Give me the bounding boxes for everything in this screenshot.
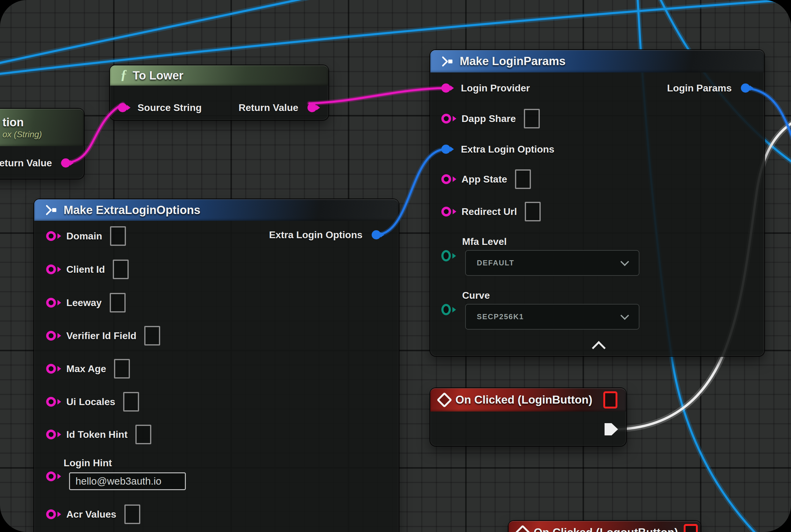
client-id-checkbox[interactable] [113, 260, 129, 279]
node-header[interactable]: ƒ To Lower [110, 65, 328, 86]
leeway-pin[interactable] [46, 298, 56, 308]
domain-pin[interactable] [46, 231, 56, 241]
pin-label: Extra Login Options [461, 144, 555, 155]
pin-label: Verifier Id Field [66, 330, 136, 342]
curve-dropdown[interactable]: SECP256K1 [465, 304, 639, 329]
node-title: tion [2, 116, 24, 129]
pin-row-dapp-share: Dapp Share [441, 110, 540, 128]
blue-wire-topleft-a [0, 0, 333, 65]
extra-login-options-output-pin[interactable] [372, 230, 381, 240]
node-on-clicked-login-button[interactable]: On Clicked (LoginButton) [430, 388, 626, 446]
node-title: To Lower [133, 69, 184, 82]
client-id-pin[interactable] [46, 264, 56, 274]
make-struct-icon [441, 55, 454, 68]
pin-label: Domain [66, 230, 102, 242]
pin-row-client-id: Client Id [46, 260, 129, 279]
pin-label: Source String [137, 102, 202, 113]
dapp-share-checkbox[interactable] [524, 109, 540, 128]
node-make-login-params[interactable]: Make LoginParams Login Params Login Prov… [430, 50, 764, 356]
node-on-clicked-logout-button[interactable]: On Clicked (LogoutButton) [508, 521, 700, 532]
blueprint-canvas[interactable]: tion ox (String) eturn Value ƒ To Lower … [0, 0, 791, 532]
verifier-id-field-checkbox[interactable] [144, 326, 160, 345]
node-title: On Clicked (LogoutButton) [534, 526, 678, 532]
node-to-lower[interactable]: ƒ To Lower Source String Return Value [110, 65, 328, 120]
node-header[interactable]: On Clicked (LogoutButton) [508, 521, 700, 532]
pin-row-extra-login-options-in: Extra Login Options [441, 140, 555, 158]
redirect-url-checkbox[interactable] [525, 202, 541, 221]
delegate-pin-icon[interactable] [603, 391, 617, 408]
chevron-down-icon [620, 311, 629, 320]
login-provider-pin[interactable] [441, 83, 450, 93]
login-hint-pin[interactable] [46, 472, 56, 481]
pin-row-max-age: Max Age [46, 360, 130, 378]
extra-login-options-input-pin[interactable] [441, 145, 450, 154]
return-value-pin[interactable] [61, 158, 70, 168]
pin-row-login-params-out: Login Params [614, 79, 750, 97]
curve-pin[interactable] [441, 304, 451, 315]
pin-label: Return Value [238, 102, 298, 113]
event-icon [437, 392, 452, 408]
ui-locales-checkbox[interactable] [123, 392, 139, 412]
mfa-level-value: DEFAULT [477, 259, 622, 267]
id-token-hint-checkbox[interactable] [135, 425, 151, 444]
acr-values-pin[interactable] [46, 509, 56, 519]
pin-label: Extra Login Options [269, 229, 363, 241]
delegate-pin-icon[interactable] [684, 524, 698, 532]
pin-label: Leeway [66, 297, 102, 308]
node-header[interactable]: On Clicked (LoginButton) [430, 388, 626, 412]
pin-label: eturn Value [0, 157, 52, 169]
source-string-pin[interactable] [118, 103, 127, 112]
blue-wire-topleft-a [0, 0, 333, 65]
node-title: On Clicked (LoginButton) [456, 394, 592, 406]
pin-label: Login Params [667, 82, 732, 94]
pin-label: Max Age [66, 363, 106, 375]
node-header[interactable]: Make LoginParams [430, 50, 764, 73]
domain-checkbox[interactable] [110, 226, 126, 246]
node-subtitle: ox (String) [2, 130, 42, 139]
pin-row-leeway: Leeway [46, 293, 126, 312]
return-value-pin[interactable] [307, 103, 317, 112]
ui-locales-pin[interactable] [46, 397, 56, 407]
node-header[interactable]: Make ExtraLoginOptions [34, 200, 399, 221]
acr-values-checkbox[interactable] [124, 505, 140, 524]
pin-row-extra-login-options-out: Extra Login Options [187, 226, 381, 244]
pin-label: Id Token Hint [66, 429, 128, 440]
login-hint-label: Login Hint [63, 457, 112, 469]
mfa-level-pin[interactable] [441, 250, 451, 261]
node-title: Make ExtraLoginOptions [63, 204, 200, 217]
app-state-checkbox[interactable] [515, 169, 531, 189]
node-header[interactable]: tion ox (String) [0, 109, 84, 146]
login-hint-field[interactable]: hello@web3auth.io [69, 472, 186, 490]
function-icon: ƒ [120, 68, 127, 81]
pin-label: Dapp Share [462, 113, 516, 125]
node-partial-function[interactable]: tion ox (String) eturn Value [0, 109, 84, 178]
pin-label: Ui Locales [66, 396, 115, 407]
dapp-share-pin[interactable] [441, 114, 451, 124]
node-make-extra-login-options[interactable]: Make ExtraLoginOptions Extra Login Optio… [34, 200, 399, 532]
pin-label: Redirect Url [462, 206, 517, 217]
login-params-output-pin[interactable] [741, 83, 750, 93]
verifier-id-field-pin[interactable] [46, 331, 56, 341]
collapse-node-button[interactable] [592, 341, 605, 355]
pin-row-ui-locales: Ui Locales [46, 393, 139, 411]
node-title: Make LoginParams [460, 55, 565, 68]
pin-row-return-value: Return Value [202, 98, 317, 117]
pin-label: Acr Values [66, 509, 116, 520]
leeway-checkbox[interactable] [110, 293, 126, 312]
id-token-hint-pin[interactable] [46, 430, 56, 439]
app-state-pin[interactable] [441, 174, 451, 184]
pin-label: Login Provider [461, 82, 530, 94]
make-struct-icon [45, 204, 58, 216]
pin-row-acr-values: Acr Values [46, 505, 140, 524]
mfa-level-dropdown[interactable]: DEFAULT [465, 250, 639, 276]
max-age-checkbox[interactable] [114, 359, 130, 379]
max-age-pin[interactable] [46, 364, 56, 374]
login-hint-value: hello@web3auth.io [76, 475, 161, 487]
magenta-wire-tolower-to-loginprovider [309, 88, 446, 103]
redirect-url-pin[interactable] [441, 207, 451, 216]
pin-label: App State [462, 174, 507, 185]
pin-row-source-string: Source String [118, 98, 202, 117]
chevron-down-icon [620, 258, 629, 266]
pin-row-redirect-url: Redirect Url [441, 203, 541, 221]
exec-output-pin[interactable] [604, 423, 618, 435]
